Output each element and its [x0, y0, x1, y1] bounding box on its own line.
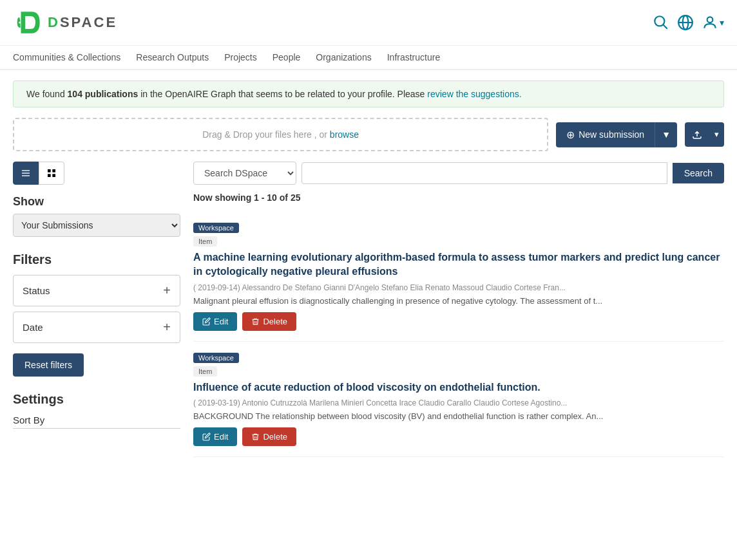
export-dropdown-button[interactable]: ▾ [709, 122, 724, 147]
filter-date-label: Date [23, 322, 43, 333]
list-view-toggle[interactable] [13, 162, 39, 185]
reset-filters-button[interactable]: Reset filters [13, 353, 84, 377]
search-scope-select[interactable]: Search DSpace All [193, 162, 296, 185]
svg-point-1 [655, 16, 664, 26]
nav-item-infrastructure[interactable]: Infrastructure [387, 52, 440, 62]
svg-line-2 [663, 24, 667, 29]
logo-text: DSPACE [48, 14, 117, 31]
new-submission-button[interactable]: ⊕ New submission [556, 122, 655, 147]
export-button[interactable] [685, 122, 709, 147]
new-submission-dropdown-button[interactable]: ▼ [655, 122, 677, 147]
export-group: ▾ [685, 122, 724, 147]
filter-status-expand-icon: + [163, 283, 171, 298]
edit-icon-0 [202, 317, 211, 326]
grid-icon [46, 168, 57, 178]
search-input[interactable] [302, 162, 667, 184]
result-title-1[interactable]: Influence of acute reduction of blood vi… [193, 380, 724, 395]
filter-date: Date + [13, 312, 180, 343]
svg-rect-7 [22, 170, 30, 171]
drop-text: Drag & Drop your files here , or [202, 129, 330, 140]
results-showing: Now showing 1 - 10 of 25 [193, 192, 724, 203]
filter-status-label: Status [23, 285, 50, 296]
search-row: Search DSpace All Search [193, 162, 724, 185]
sidebar: Show Your Submissions All Filters Status… [13, 162, 180, 457]
svg-rect-8 [22, 173, 30, 173]
new-submission-label: New submission [579, 129, 644, 140]
result-item: Workspace Item Influence of acute reduct… [193, 342, 724, 457]
alert-prefix: We found [26, 89, 68, 99]
svg-rect-10 [48, 169, 51, 173]
settings-title: Settings [13, 392, 180, 407]
grid-view-toggle[interactable] [39, 162, 64, 185]
nav-item-communities[interactable]: Communities & Collections [13, 52, 120, 62]
edit-button-0[interactable]: Edit [193, 312, 237, 331]
showing-range: 1 - 10 [254, 192, 277, 203]
globe-icon[interactable] [677, 14, 694, 31]
result-title-0[interactable]: A machine learning evolutionary algorith… [193, 250, 724, 279]
search-button[interactable]: Search [673, 163, 724, 183]
delete-icon-1 [251, 433, 260, 441]
main-layout: Show Your Submissions All Filters Status… [0, 162, 737, 457]
list-icon [21, 168, 31, 178]
drop-zone[interactable]: Drag & Drop your files here , or browse [13, 118, 548, 151]
edit-label-1: Edit [214, 432, 228, 442]
result-meta-0: ( 2019-09-14) Alessandro De Stefano Gian… [193, 283, 724, 292]
delete-icon-0 [251, 317, 260, 326]
new-submission-group: ⊕ New submission ▼ [556, 122, 677, 147]
main-nav: Communities & Collections Research Outpu… [0, 46, 737, 70]
result-abstract-0: Malignant pleural effusion is diagnostic… [193, 296, 676, 306]
svg-rect-9 [22, 175, 30, 176]
search-icon[interactable] [653, 14, 669, 31]
user-menu[interactable]: ▾ [702, 14, 724, 31]
filter-status-header[interactable]: Status + [14, 275, 180, 306]
edit-label-0: Edit [214, 317, 228, 326]
sort-by-label: Sort By [13, 415, 180, 425]
show-select[interactable]: Your Submissions All [13, 214, 180, 237]
delete-button-0[interactable]: Delete [242, 312, 296, 331]
svg-rect-11 [52, 169, 55, 173]
view-toggle-group [13, 162, 180, 185]
showing-text: Now showing [193, 192, 254, 203]
header-icons: ▾ [653, 14, 724, 31]
badge-workspace-1: Workspace [193, 353, 239, 363]
edit-button-1[interactable]: Edit [193, 427, 237, 446]
filter-date-expand-icon: + [163, 320, 171, 335]
header: DSPACE ▾ [0, 0, 737, 46]
badge-type-0: Item [193, 236, 217, 247]
user-icon [702, 14, 718, 31]
alert-banner: We found 104 publications in the OpenAIR… [13, 80, 724, 107]
result-actions-0: Edit Delete [193, 312, 724, 331]
nav-item-research-outputs[interactable]: Research Outputs [136, 52, 209, 62]
alert-suffix: in the OpenAIRE Graph that seems to be r… [138, 89, 427, 99]
logo-icon [13, 6, 45, 39]
delete-button-1[interactable]: Delete [242, 427, 296, 446]
result-meta-1: ( 2019-03-19) Antonio Cutruzzolà Marilen… [193, 398, 724, 407]
show-label: Show [13, 195, 180, 209]
svg-rect-12 [48, 174, 51, 177]
alert-link[interactable]: review the suggestions. [427, 89, 521, 99]
filter-date-header[interactable]: Date + [14, 312, 180, 342]
filters-title: Filters [13, 252, 180, 267]
export-icon [691, 129, 703, 140]
edit-icon-1 [202, 433, 211, 441]
delete-label-0: Delete [263, 317, 287, 326]
svg-rect-13 [52, 174, 55, 177]
nav-item-organizations[interactable]: Organizations [316, 52, 371, 62]
badge-type-1: Item [193, 366, 217, 377]
delete-label-1: Delete [263, 432, 287, 442]
user-dropdown-arrow: ▾ [720, 17, 724, 28]
of-text: of [277, 192, 291, 203]
upload-row: Drag & Drop your files here , or browse … [0, 118, 737, 162]
browse-link[interactable]: browse [330, 129, 359, 140]
content-area: Search DSpace All Search Now showing 1 -… [193, 162, 724, 457]
badge-workspace-0: Workspace [193, 223, 239, 233]
nav-item-projects[interactable]: Projects [224, 52, 257, 62]
total-count: 25 [291, 192, 301, 203]
logo: DSPACE [13, 6, 117, 39]
result-abstract-1: BACKGROUND The relationship between bloo… [193, 411, 676, 421]
svg-point-6 [707, 17, 713, 23]
filter-status: Status + [13, 275, 180, 306]
alert-count: 104 publications [68, 89, 139, 99]
result-item: Workspace Item A machine learning evolut… [193, 212, 724, 342]
nav-item-people[interactable]: People [273, 52, 301, 62]
